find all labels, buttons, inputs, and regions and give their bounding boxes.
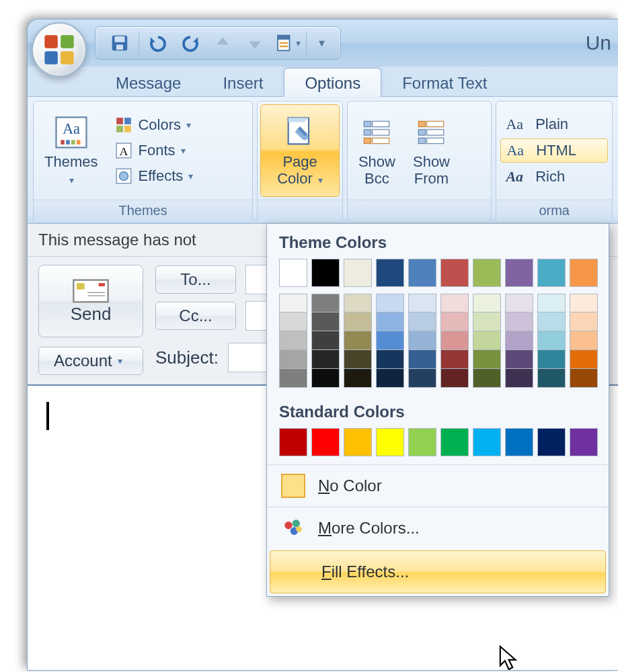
color-swatch[interactable] <box>537 350 566 369</box>
color-swatch[interactable] <box>344 331 372 350</box>
color-swatch[interactable] <box>376 294 404 312</box>
color-swatch[interactable] <box>408 294 436 312</box>
themes-gallery-button[interactable]: Aa Themes▾ <box>38 106 104 196</box>
color-swatch[interactable] <box>505 294 533 312</box>
color-swatch[interactable] <box>344 312 372 331</box>
color-swatch[interactable] <box>570 312 598 331</box>
color-swatch[interactable] <box>279 331 307 350</box>
colors-dropdown[interactable]: Colors▾ <box>108 112 198 138</box>
color-swatch[interactable] <box>279 428 307 456</box>
color-swatch[interactable] <box>537 331 566 350</box>
previous-button[interactable] <box>208 29 237 57</box>
color-swatch[interactable] <box>440 312 469 331</box>
color-swatch[interactable] <box>473 369 501 388</box>
color-swatch[interactable] <box>537 428 566 456</box>
color-swatch[interactable] <box>537 259 566 287</box>
color-swatch[interactable] <box>376 369 404 388</box>
tab-options[interactable]: Options <box>284 68 381 97</box>
fonts-dropdown[interactable]: A Fonts▾ <box>108 138 198 163</box>
color-swatch[interactable] <box>408 259 436 287</box>
color-swatch[interactable] <box>505 259 533 287</box>
color-swatch[interactable] <box>440 331 469 350</box>
color-swatch[interactable] <box>505 312 533 331</box>
send-button[interactable]: Send <box>38 265 143 337</box>
color-swatch[interactable] <box>344 294 372 312</box>
to-button[interactable]: To... <box>155 265 236 294</box>
tab-message[interactable]: Message <box>95 68 202 97</box>
color-swatch[interactable] <box>473 259 501 287</box>
color-swatch[interactable] <box>279 294 307 312</box>
color-swatch[interactable] <box>473 312 501 331</box>
color-swatch[interactable] <box>279 369 307 388</box>
color-swatch[interactable] <box>311 350 340 369</box>
color-swatch[interactable] <box>440 369 469 388</box>
color-swatch[interactable] <box>311 428 340 456</box>
color-swatch[interactable] <box>408 312 436 331</box>
color-swatch[interactable] <box>440 428 469 456</box>
color-swatch[interactable] <box>505 350 533 369</box>
color-swatch[interactable] <box>505 331 533 350</box>
color-swatch[interactable] <box>279 350 307 369</box>
account-dropdown[interactable]: Account▾ <box>38 347 143 375</box>
color-swatch[interactable] <box>408 331 436 350</box>
color-swatch[interactable] <box>473 294 501 312</box>
color-swatch[interactable] <box>473 428 501 456</box>
color-swatch[interactable] <box>344 428 372 456</box>
redo-button[interactable] <box>176 29 205 57</box>
color-swatch[interactable] <box>505 428 533 456</box>
qat-customize-button[interactable]: ▾ <box>311 29 331 57</box>
color-swatch[interactable] <box>408 350 436 369</box>
cc-button[interactable]: Cc... <box>155 302 236 330</box>
tab-format-text[interactable]: Format Text <box>381 68 508 97</box>
color-swatch[interactable] <box>570 369 598 388</box>
save-button[interactable] <box>105 29 134 57</box>
color-swatch[interactable] <box>408 428 436 456</box>
color-swatch[interactable] <box>311 312 340 331</box>
more-colors-item[interactable]: More Colors... <box>267 507 609 549</box>
plain-text-button[interactable]: Aa Plain <box>500 113 608 136</box>
color-swatch[interactable] <box>570 331 598 350</box>
show-bcc-button[interactable]: ShowBcc <box>352 106 402 196</box>
color-swatch[interactable] <box>473 350 501 369</box>
rich-text-button[interactable]: Aa Rich <box>500 165 608 188</box>
no-color-item[interactable]: No Color <box>267 464 609 507</box>
color-swatch[interactable] <box>344 259 372 287</box>
page-color-button[interactable]: PageColor ▾ <box>260 104 340 197</box>
color-swatch[interactable] <box>473 331 501 350</box>
next-button[interactable] <box>240 29 270 57</box>
color-swatch[interactable] <box>311 294 340 312</box>
tab-insert[interactable]: Insert <box>202 68 284 97</box>
color-swatch[interactable] <box>505 369 533 388</box>
color-swatch[interactable] <box>376 312 404 331</box>
color-swatch[interactable] <box>376 350 404 369</box>
show-from-button[interactable]: ShowFrom <box>406 106 457 196</box>
undo-button[interactable] <box>143 29 173 57</box>
fonts-label: Fonts <box>138 142 175 159</box>
color-swatch[interactable] <box>376 259 404 287</box>
qat-extra-button[interactable]: ▾ <box>272 29 302 57</box>
color-swatch[interactable] <box>344 369 372 388</box>
color-swatch[interactable] <box>570 350 598 369</box>
color-swatch[interactable] <box>408 369 436 388</box>
color-swatch[interactable] <box>570 428 598 456</box>
color-swatch[interactable] <box>376 331 404 350</box>
fill-effects-item[interactable]: Fill Effects... <box>270 550 606 593</box>
color-swatch[interactable] <box>440 350 469 369</box>
color-swatch[interactable] <box>311 369 340 388</box>
color-swatch[interactable] <box>440 259 469 287</box>
color-swatch[interactable] <box>311 259 340 287</box>
color-swatch[interactable] <box>570 294 598 312</box>
color-swatch[interactable] <box>440 294 469 312</box>
color-swatch[interactable] <box>570 259 598 287</box>
color-swatch[interactable] <box>279 259 307 287</box>
color-swatch[interactable] <box>376 428 404 456</box>
color-swatch[interactable] <box>279 312 307 331</box>
color-swatch[interactable] <box>537 312 566 331</box>
html-button[interactable]: Aa HTML <box>500 138 608 163</box>
effects-dropdown[interactable]: Effects▾ <box>108 163 198 189</box>
color-swatch[interactable] <box>537 294 566 312</box>
color-swatch[interactable] <box>311 331 340 350</box>
color-swatch[interactable] <box>344 350 372 369</box>
color-swatch[interactable] <box>537 369 566 388</box>
office-button[interactable] <box>32 22 87 77</box>
